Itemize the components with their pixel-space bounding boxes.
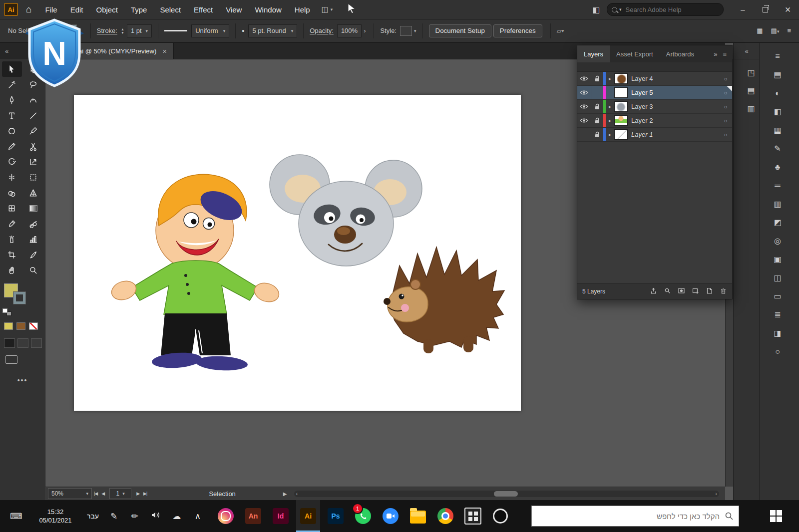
transparency-panel-icon[interactable]: ◩ (767, 213, 789, 232)
horizontal-scroll-thumb[interactable] (494, 491, 518, 497)
variable-width-select[interactable]: Uniform▾ (191, 24, 229, 37)
menu-select[interactable]: Select (153, 0, 187, 19)
indesign-app-icon[interactable]: Id (269, 500, 293, 532)
menu-file[interactable]: File (38, 0, 63, 19)
layer-thumbnail[interactable] (614, 101, 628, 112)
menu-edit[interactable]: Edit (64, 0, 90, 19)
free-transform-tool[interactable] (23, 170, 43, 185)
taskbar-search-input[interactable] (537, 512, 721, 521)
artboard-tool[interactable] (2, 247, 22, 263)
expand-arrow-icon[interactable]: ▸ (606, 118, 614, 123)
layers-dock-icon[interactable]: ◫ (767, 268, 789, 287)
delete-selection-icon[interactable] (720, 287, 727, 296)
start-button[interactable] (753, 500, 799, 532)
pathfinder-panel-icon[interactable]: ◨ (767, 324, 789, 342)
taskbar-search[interactable] (531, 506, 739, 527)
brush-definition-select[interactable]: 5 pt. Round▾ (248, 24, 297, 37)
menu-view[interactable]: View (219, 0, 248, 19)
target-circle-icon[interactable]: ○ (719, 104, 732, 110)
mesh-tool[interactable] (2, 201, 22, 216)
boy-character[interactable] (109, 174, 282, 371)
illustrator-app-icon[interactable]: Ai (296, 500, 320, 532)
layer-thumbnail[interactable] (614, 73, 628, 84)
stylus-icon[interactable]: ✏ (129, 511, 141, 522)
tab-asset-export[interactable]: Asset Export (610, 45, 660, 62)
layer-name[interactable]: Layer 5 (631, 89, 719, 96)
none-swatch[interactable] (29, 322, 38, 330)
layer-thumbnail[interactable] (614, 115, 628, 126)
color-panel-icon[interactable]: ◐ (767, 84, 789, 102)
display-grid-app-icon[interactable] (461, 500, 485, 532)
screen-mode-icon[interactable] (5, 355, 17, 364)
draw-normal-icon[interactable] (4, 338, 15, 348)
blend-tool[interactable] (23, 216, 43, 232)
libraries-panel-icon[interactable]: ▤ (767, 65, 789, 84)
layer-thumbnail[interactable] (614, 129, 628, 140)
gradient-tool[interactable] (23, 201, 43, 216)
pencil-tool[interactable] (2, 139, 22, 154)
draw-inside-icon[interactable] (31, 338, 42, 348)
close-button[interactable]: × (777, 0, 799, 19)
menu-window[interactable]: Window (248, 0, 288, 19)
isolate-selection-icon[interactable]: ▱ (557, 27, 562, 34)
layer-name[interactable]: Layer 4 (631, 75, 719, 82)
new-layer-icon[interactable] (706, 287, 713, 296)
magic-wand-tool[interactable] (2, 77, 22, 92)
pen-tool[interactable] (2, 92, 22, 108)
prev-artboard-icon[interactable]: ◀ (101, 491, 104, 496)
opacity-field[interactable]: 100% (337, 24, 362, 37)
zoom-level-select[interactable]: 50%▾ (48, 488, 92, 499)
layer-name[interactable]: Layer 2 (631, 117, 719, 124)
preferences-button[interactable]: Preferences (493, 24, 542, 37)
stroke-weight-stepper[interactable]: ▲▼ (121, 27, 124, 34)
scroll-left-icon[interactable]: ‹ (296, 491, 298, 497)
swatches-panel-icon[interactable]: ▦ (767, 121, 789, 139)
hand-tool[interactable] (2, 263, 22, 278)
photoshop-app-icon[interactable]: Ps (324, 500, 348, 532)
paintbrush-tool[interactable] (23, 123, 43, 139)
artboard-number-field[interactable]: 1▾ (109, 488, 131, 499)
minimize-button[interactable]: – (732, 0, 754, 19)
dock-collapse-icon[interactable]: « (734, 43, 760, 59)
layer-row-layer-3[interactable]: ▸Layer 3○ (577, 100, 732, 114)
status-expand-icon[interactable]: ▶ (283, 491, 287, 497)
help-search[interactable]: ▾ (607, 3, 724, 16)
document-setup-button[interactable]: Document Setup (429, 24, 491, 37)
lock-icon[interactable] (591, 100, 603, 113)
workspace-icon[interactable]: ▤▾ (771, 27, 780, 34)
next-artboard-icon[interactable]: ▶ (136, 491, 139, 496)
touch-keyboard-icon[interactable]: ⌨ (10, 511, 22, 522)
stroke-panel-icon[interactable]: ═ (767, 176, 789, 195)
align-panel-icon[interactable]: ≣ (767, 305, 789, 324)
symbols-panel-icon[interactable]: ♣ (767, 158, 789, 176)
first-artboard-icon[interactable]: |◀ (94, 491, 97, 496)
layer-row-layer-2[interactable]: ▸Layer 2○ (577, 114, 732, 128)
stroke-weight-field[interactable]: 1 pt▾ (127, 24, 152, 37)
panel-toggle-icon[interactable]: ◧ (592, 5, 600, 14)
rotate-tool[interactable] (2, 154, 22, 170)
style-swatch[interactable] (400, 26, 412, 36)
hedgehog[interactable] (384, 247, 504, 353)
layer-row-layer-5[interactable]: Layer 5○ (577, 86, 732, 100)
selection-tool[interactable] (2, 61, 22, 77)
horizontal-scrollbar[interactable]: ‹ › (294, 491, 719, 497)
visibility-toggle-icon[interactable] (577, 86, 591, 99)
edit-toolbar-icon[interactable]: ••• (0, 376, 45, 384)
last-artboard-icon[interactable]: ▶| (143, 491, 147, 496)
language-indicator[interactable]: עבר (87, 512, 99, 520)
menu-type[interactable]: Type (124, 0, 154, 19)
visibility-toggle-icon[interactable] (577, 128, 591, 141)
restore-button[interactable] (754, 0, 777, 19)
artboards-panel-icon[interactable]: ▭ (767, 287, 789, 305)
width-tool[interactable] (2, 170, 22, 185)
expand-arrow-icon[interactable]: ▸ (606, 104, 614, 109)
animate-app-icon[interactable]: An (241, 500, 265, 532)
menu-object[interactable]: Object (90, 0, 124, 19)
lock-icon[interactable] (591, 128, 603, 141)
appearance-panel-icon[interactable]: ◎ (767, 232, 789, 250)
menu-help[interactable]: Help (288, 0, 317, 19)
ellipse-tool[interactable] (2, 123, 22, 139)
color-guide-panel-icon[interactable]: ◧ (767, 102, 789, 121)
artboard[interactable] (74, 95, 521, 411)
lock-icon[interactable] (591, 72, 603, 85)
